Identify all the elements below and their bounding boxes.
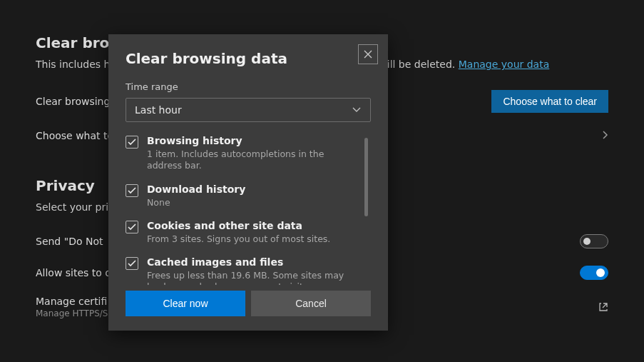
checkbox-label: Cookies and other site data — [147, 220, 330, 231]
time-range-label: Time range — [126, 81, 371, 92]
checkbox-text: Cached images and files Frees up less th… — [147, 256, 357, 285]
toggle-knob — [596, 268, 605, 277]
toggle-allow-sites[interactable] — [580, 266, 608, 280]
checkbox-text: Download history None — [147, 183, 245, 208]
time-range-value: Last hour — [135, 104, 182, 116]
checkbox-label: Browsing history — [147, 135, 357, 146]
cancel-button[interactable]: Cancel — [251, 291, 371, 316]
toggle-dnt[interactable] — [580, 234, 608, 248]
checkbox-row-browsing-history: Browsing history 1 item. Includes autoco… — [126, 135, 357, 172]
data-type-list: Browsing history 1 item. Includes autoco… — [126, 135, 371, 285]
checkbox-text: Cookies and other site data From 3 sites… — [147, 220, 330, 245]
chevron-down-icon — [352, 104, 362, 116]
checkbox-label: Download history — [147, 183, 245, 195]
row-sublabel: Manage HTTPS/S — [36, 308, 108, 318]
manage-data-link[interactable]: Manage your data — [459, 59, 550, 70]
checkbox-row-download-history: Download history None — [126, 183, 357, 208]
row-label: Choose what to — [36, 130, 113, 141]
check-icon — [128, 260, 136, 267]
section-sub-text-start: This includes hi — [36, 59, 113, 70]
scrollbar-thumb[interactable] — [364, 138, 368, 216]
clear-now-button[interactable]: Clear now — [126, 291, 245, 316]
checkbox-row-cookies: Cookies and other site data From 3 sites… — [126, 220, 357, 245]
external-link-icon — [598, 302, 608, 312]
dialog-actions: Clear now Cancel — [126, 291, 371, 316]
checkbox-desc: 1 item. Includes autocompletions in the … — [147, 149, 357, 172]
checkbox[interactable] — [126, 221, 138, 233]
checkbox[interactable] — [126, 184, 138, 197]
checkbox-text: Browsing history 1 item. Includes autoco… — [147, 135, 357, 172]
choose-what-to-clear-button[interactable]: Choose what to clear — [491, 90, 608, 113]
row-label: Clear browsing — [36, 96, 110, 107]
check-icon — [128, 223, 136, 231]
check-icon — [128, 139, 136, 146]
row-label: Allow sites to c — [36, 267, 111, 278]
toggle-knob — [583, 238, 591, 245]
close-icon — [364, 50, 372, 59]
close-button[interactable] — [358, 44, 378, 64]
row-label: Send "Do Not — [36, 236, 103, 247]
checkbox-desc: None — [147, 197, 245, 208]
checkbox[interactable] — [126, 136, 138, 149]
row-label: Manage certifi — [36, 296, 108, 307]
time-range-select[interactable]: Last hour — [126, 98, 371, 122]
checkbox[interactable] — [126, 257, 138, 270]
section-sub-text-end: ill be deleted. — [387, 59, 459, 70]
dialog-title: Clear browsing data — [126, 50, 371, 67]
checkbox-row-cached-images: Cached images and files Frees up less th… — [126, 256, 357, 285]
checkbox-label: Cached images and files — [147, 256, 357, 268]
chevron-right-icon — [601, 130, 608, 142]
checkbox-desc: Frees up less than 19.6 MB. Some sites m… — [147, 270, 357, 285]
clear-browsing-data-dialog: Clear browsing data Time range Last hour… — [108, 34, 388, 331]
check-icon — [128, 187, 136, 194]
checkbox-desc: From 3 sites. Signs you out of most site… — [147, 233, 330, 245]
